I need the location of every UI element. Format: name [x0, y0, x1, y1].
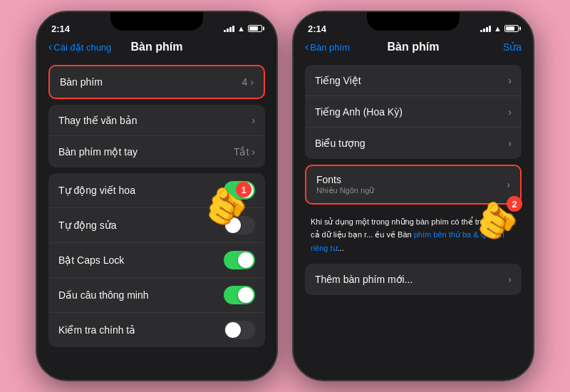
signal-icon-1 — [224, 25, 234, 32]
tiengviet-chevron: › — [508, 75, 512, 86]
signal-icon-2 — [480, 25, 491, 32]
phone-1: 2:14 ▲ ‹ Cài đặt chung Bàn phím — [36, 11, 278, 381]
caps-lock-toggle[interactable] — [224, 251, 255, 269]
notch-2 — [367, 12, 460, 31]
emoji-chevron: › — [508, 138, 512, 149]
fonts-item[interactable]: Fonts Nhiều Ngôn ngữ › — [306, 166, 520, 203]
back-chevron-1: ‹ — [48, 41, 52, 53]
fonts-item-left: Fonts Nhiều Ngôn ngữ — [316, 174, 374, 195]
smart-punct-toggle[interactable] — [224, 286, 255, 304]
back-button-2[interactable]: ‹ Bàn phím — [305, 41, 350, 53]
add-keyboard-chevron: › — [508, 274, 512, 285]
tienganh-chevron: › — [508, 106, 512, 118]
replace-chevron: › — [252, 115, 255, 126]
smart-punct-label: Dấu câu thông minh — [58, 289, 149, 301]
back-label-1: Cài đặt chung — [53, 42, 111, 53]
battery-icon-1 — [248, 25, 262, 32]
nav-bar-2: ‹ Bàn phím Bàn phím Sửa — [294, 38, 533, 59]
caps-lock-item[interactable]: Bật Caps Lock — [48, 243, 265, 278]
caps-lock-label: Bật Caps Lock — [58, 254, 124, 266]
keyboards-list-group: Tiếng Việt › Tiếng Anh (Hoa Kỳ) › Biểu t… — [305, 65, 522, 159]
spell-check-toggle[interactable] — [224, 321, 255, 339]
keyboards-label: Bàn phím — [60, 76, 103, 88]
spell-check-item[interactable]: Kiểm tra chính tả — [48, 313, 265, 347]
one-hand-right: Tắt › — [234, 146, 255, 158]
nav-title-2: Bàn phím — [388, 41, 440, 53]
fonts-sublabel: Nhiều Ngôn ngữ — [316, 186, 374, 195]
replace-text-item[interactable]: Thay thế văn bản › — [48, 105, 265, 136]
emoji-label: Biểu tượng — [315, 138, 366, 149]
text-group: Thay thế văn bản › Bàn phím một tay Tắt … — [48, 105, 265, 167]
finger-pointer-1: 🫵 1 — [204, 185, 248, 227]
time-2: 2:14 — [308, 24, 326, 34]
tienganh-label: Tiếng Anh (Hoa Kỳ) — [315, 106, 403, 118]
wifi-icon-2: ▲ — [494, 24, 502, 33]
keyboards-group: Bàn phím 4 › — [48, 65, 265, 99]
keyboards-right: 4 › — [242, 76, 254, 88]
fonts-section: Fonts Nhiều Ngôn ngữ › — [305, 165, 522, 205]
tiengviet-label: Tiếng Việt — [315, 75, 361, 86]
time-1: 2:14 — [51, 24, 70, 34]
fonts-chevron: › — [507, 179, 510, 190]
auto-correct-label: Tự động sửa — [58, 220, 116, 231]
tienganh-item[interactable]: Tiếng Anh (Hoa Kỳ) › — [305, 96, 522, 128]
smart-punct-item[interactable]: Dấu câu thông minh — [48, 278, 265, 313]
nav-action-2[interactable]: Sửa — [503, 41, 522, 53]
fonts-group: Fonts Nhiều Ngôn ngữ › — [305, 165, 522, 205]
battery-icon-2 — [504, 25, 519, 32]
notch-1 — [110, 12, 203, 31]
nav-title-1: Bàn phím — [131, 41, 183, 53]
phone-2: 2:14 ▲ ‹ Bàn phím Bàn phím Sử — [292, 11, 534, 381]
spell-check-label: Kiểm tra chính tả — [58, 324, 135, 336]
auto-capitalize-label: Tự động viết hoa — [58, 185, 135, 196]
fonts-label: Fonts — [316, 174, 374, 185]
one-hand-value: Tắt — [234, 146, 249, 158]
status-icons-2: ▲ — [480, 24, 519, 33]
keyboards-item[interactable]: Bàn phím 4 › — [50, 66, 264, 98]
nav-bar-1: ‹ Cài đặt chung Bàn phím — [37, 38, 276, 59]
add-keyboard-item[interactable]: Thêm bàn phím mới... › — [305, 264, 522, 295]
one-hand-label: Bàn phím một tay — [58, 146, 138, 158]
step-badge-1: 1 — [236, 182, 252, 197]
keyboards-section-1: Bàn phím 4 › — [48, 65, 265, 99]
text-section: Thay thế văn bản › Bàn phím một tay Tắt … — [48, 105, 265, 167]
wifi-icon-1: ▲ — [237, 24, 245, 33]
tiengviet-item[interactable]: Tiếng Việt › — [305, 65, 522, 96]
emoji-item[interactable]: Biểu tượng › — [305, 128, 522, 159]
back-button-1[interactable]: ‹ Cài đặt chung — [48, 41, 111, 53]
one-hand-chevron: › — [252, 146, 255, 158]
one-hand-item[interactable]: Bàn phím một tay Tắt › — [48, 136, 265, 167]
keyboards-list-section: Tiếng Việt › Tiếng Anh (Hoa Kỳ) › Biểu t… — [305, 65, 522, 159]
replace-text-label: Thay thế văn bản — [58, 115, 138, 126]
keyboards-value: 4 — [242, 76, 248, 88]
add-keyboard-label: Thêm bàn phím mới... — [315, 274, 413, 285]
keyboards-chevron: › — [250, 76, 254, 88]
back-chevron-2: ‹ — [305, 41, 309, 53]
add-keyboard-section: Thêm bàn phím mới... › — [305, 264, 522, 295]
back-label-2: Bàn phím — [310, 42, 350, 53]
add-keyboard-group: Thêm bàn phím mới... › — [305, 264, 522, 295]
finger-pointer-2: 🫵 2 — [475, 200, 519, 241]
step-badge-2: 2 — [507, 196, 522, 212]
replace-text-right: › — [252, 115, 255, 126]
status-icons-1: ▲ — [224, 24, 262, 33]
